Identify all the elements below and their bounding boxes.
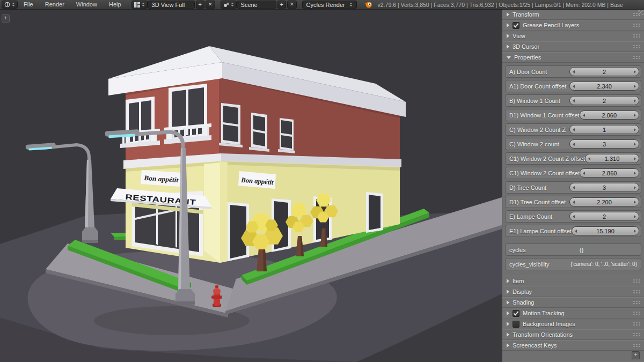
window-upper-right-3	[278, 118, 295, 153]
drag-handle-icon[interactable]	[633, 333, 641, 337]
menu-file[interactable]: File	[18, 0, 39, 9]
drag-handle-icon[interactable]	[633, 279, 641, 283]
drag-handle-icon[interactable]	[633, 311, 641, 315]
scene-field[interactable]: Scene	[237, 1, 276, 9]
increment-arrow-icon[interactable]	[634, 230, 636, 233]
checkmark-icon	[514, 22, 519, 27]
window1-count-offset-slider[interactable]: 2.060	[580, 110, 639, 120]
window2-count-slider[interactable]: 3	[569, 139, 639, 149]
decrement-arrow-icon[interactable]	[573, 215, 575, 218]
grease-pencil-checkbox[interactable]	[513, 22, 519, 29]
decrement-arrow-icon[interactable]	[573, 99, 575, 102]
plus-icon: +	[199, 2, 202, 8]
chevron-right-icon	[507, 34, 509, 38]
decrement-arrow-icon[interactable]	[583, 114, 585, 117]
decrement-arrow-icon[interactable]	[573, 201, 575, 204]
drag-handle-icon[interactable]	[633, 34, 641, 38]
add-layout-button[interactable]: +	[196, 1, 204, 9]
3d-viewport[interactable]: +	[0, 0, 502, 362]
render-engine-select[interactable]: Cycles Render	[302, 1, 357, 9]
sign-bon-appetit-left: Bon appétit	[141, 170, 181, 187]
drag-handle-icon[interactable]	[633, 45, 641, 49]
increment-arrow-icon[interactable]	[634, 99, 636, 102]
panel-transform-orientations[interactable]: Transform Orientations	[502, 329, 644, 340]
tree-count-offset-slider[interactable]: 2.200	[569, 197, 639, 206]
door-count-offset-slider[interactable]: 2.340	[569, 82, 639, 91]
panel-3d-cursor[interactable]: 3D Cursor	[502, 41, 644, 52]
idprop-cycles-visibility-row[interactable]: cycles_visibility {'camera': 0, '..0, 's…	[505, 258, 641, 270]
drag-handle-icon[interactable]	[633, 23, 641, 27]
window2-count-offset-slider[interactable]: 2.860	[580, 168, 639, 178]
plus-icon: +	[280, 2, 283, 8]
blender-logo	[364, 1, 372, 8]
prop-row: C) Window 2 count 3	[505, 138, 641, 150]
decrement-arrow-icon[interactable]	[573, 143, 575, 146]
decrement-arrow-icon[interactable]	[573, 85, 575, 88]
lampe-count-slider[interactable]: 2	[569, 212, 639, 221]
increment-arrow-icon[interactable]	[634, 114, 636, 117]
add-panel-button[interactable]: +	[632, 351, 640, 359]
background-images-checkbox[interactable]	[513, 321, 519, 328]
drag-handle-icon[interactable]	[633, 300, 641, 305]
panel-background-images[interactable]: Background Images	[502, 319, 644, 329]
render-engine-value: Cycles Render	[306, 2, 345, 8]
panel-shading[interactable]: Shading	[502, 297, 644, 308]
panel-view[interactable]: View	[502, 31, 644, 41]
panel-item[interactable]: Item	[502, 276, 644, 286]
increment-arrow-icon[interactable]	[634, 157, 636, 160]
delete-layout-button[interactable]: ✕	[206, 1, 215, 9]
window-upper-right-2	[249, 113, 269, 152]
drag-handle-icon[interactable]	[633, 343, 641, 348]
prop-row: B) Window 1 Count 2	[505, 94, 641, 107]
idprop-cycles-row[interactable]: cycles {}	[505, 243, 641, 256]
info-header: File Render Window Help 3D View Full + ✕	[0, 0, 644, 10]
drag-handle-icon[interactable]	[633, 322, 641, 326]
tree-count-slider[interactable]: 3	[569, 183, 639, 192]
panel-transform[interactable]: Transform	[502, 9, 644, 20]
panel-properties[interactable]: Properties	[502, 52, 644, 63]
decrement-arrow-icon[interactable]	[583, 172, 585, 175]
increment-arrow-icon[interactable]	[634, 70, 636, 73]
scene-icon-button[interactable]	[221, 1, 237, 9]
panel-display[interactable]: Display	[502, 286, 644, 297]
decrement-arrow-icon[interactable]	[573, 128, 575, 131]
window2-count-z-slider[interactable]: 1	[569, 125, 639, 134]
increment-arrow-icon[interactable]	[634, 201, 636, 204]
panel-motion-tracking[interactable]: Motion Tracking	[502, 308, 644, 319]
chevron-right-icon	[507, 343, 509, 348]
menu-render[interactable]: Render	[39, 0, 70, 9]
add-scene-button[interactable]: +	[277, 1, 286, 9]
decrement-arrow-icon[interactable]	[573, 70, 575, 73]
increment-arrow-icon[interactable]	[634, 215, 636, 218]
increment-arrow-icon[interactable]	[634, 128, 636, 131]
scene-arrows	[231, 3, 234, 6]
delete-scene-button[interactable]: ✕	[287, 1, 297, 9]
chevron-down-icon	[507, 56, 511, 59]
increment-arrow-icon[interactable]	[634, 186, 636, 189]
menu-window[interactable]: Window	[70, 0, 103, 9]
screen-layout-icon	[134, 2, 140, 8]
toolshelf-expand-button[interactable]: +	[2, 14, 10, 23]
decrement-arrow-icon[interactable]	[588, 157, 590, 160]
motion-tracking-checkbox[interactable]	[513, 310, 519, 317]
increment-arrow-icon[interactable]	[634, 143, 636, 146]
panel-grease-pencil-layers[interactable]: Grease Pencil Layers	[502, 20, 644, 31]
prop-row: B1) Window 1 Count offset 2.060	[505, 109, 641, 121]
editor-type-button[interactable]	[2, 1, 18, 9]
lampe-count-offset-slider[interactable]: 15.190	[572, 226, 639, 235]
screen-layout-field[interactable]: 3D View Full	[148, 1, 195, 9]
increment-arrow-icon[interactable]	[634, 172, 636, 175]
decrement-arrow-icon[interactable]	[573, 186, 575, 189]
window1-count-slider[interactable]: 2	[569, 96, 639, 105]
panel-screencast-keys[interactable]: Screencast Keys	[502, 340, 644, 351]
increment-arrow-icon[interactable]	[634, 85, 636, 88]
menu-help[interactable]: Help	[103, 0, 127, 9]
drag-handle-icon[interactable]	[633, 55, 641, 60]
decrement-arrow-icon[interactable]	[575, 230, 577, 233]
chevron-right-icon	[507, 279, 509, 283]
screen-layout-icon-button[interactable]	[131, 1, 148, 9]
door-count-slider[interactable]: 2	[569, 67, 639, 76]
region-corner-grip[interactable]	[638, 10, 643, 15]
window2-count-z-offset-slider[interactable]: 1.310	[585, 154, 639, 163]
drag-handle-icon[interactable]	[633, 290, 641, 294]
